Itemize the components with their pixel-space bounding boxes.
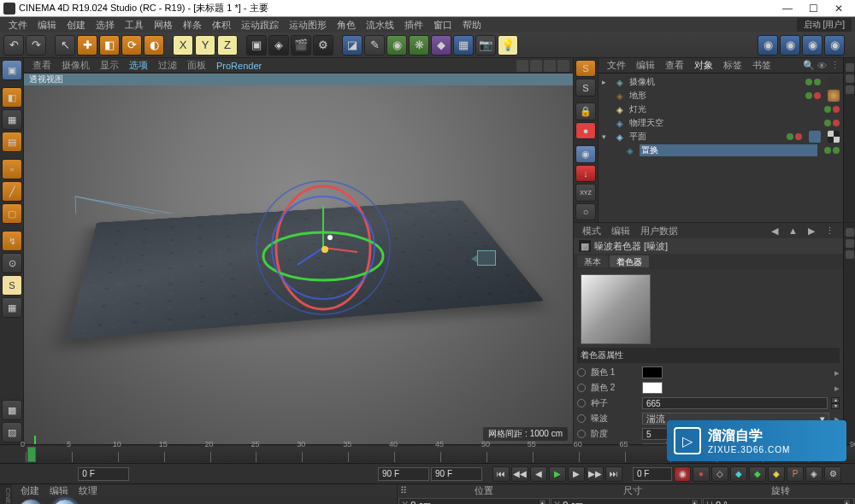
vp-tab-view[interactable]: 查看 xyxy=(27,59,56,72)
coord-field[interactable]: X0 cm▴▾ xyxy=(551,498,702,504)
object-row[interactable]: ◈ 地形 xyxy=(598,89,843,103)
poly-mode[interactable]: ▢ xyxy=(2,203,22,224)
attr-nav-up[interactable]: ▲ xyxy=(783,226,803,236)
om-tab-tags[interactable]: 标签 xyxy=(718,59,747,72)
om-tab-file[interactable]: 文件 xyxy=(602,59,631,72)
visibility-dot[interactable] xyxy=(833,147,840,154)
menu-plugins[interactable]: 插件 xyxy=(399,19,428,32)
spin-up[interactable]: ▴ xyxy=(843,499,851,504)
vp-tab-panel[interactable]: 面板 xyxy=(182,59,211,72)
menu-pipeline[interactable]: 流水线 xyxy=(361,19,399,32)
render-region[interactable]: ◈ xyxy=(268,35,289,56)
spline-tool[interactable]: ✎ xyxy=(364,35,385,56)
vp-tab-camera[interactable]: 摄像机 xyxy=(56,59,95,72)
model-mode[interactable]: ◧ xyxy=(2,87,22,108)
object-name[interactable]: 地形 xyxy=(629,90,799,102)
om-menu-icon[interactable]: ⋮ xyxy=(829,61,840,71)
visibility-dot[interactable] xyxy=(814,79,821,85)
object-row[interactable]: ▾ ◈ 平面 xyxy=(598,130,843,144)
spin-up[interactable]: ▴ xyxy=(831,397,840,403)
menu-file[interactable]: 文件 xyxy=(3,19,32,32)
snap-toggle[interactable]: S xyxy=(2,275,22,296)
expand-icon[interactable]: ▸ xyxy=(602,78,610,86)
object-row[interactable]: ◈ 灯光 xyxy=(598,103,843,116)
tag-a[interactable]: ◉ xyxy=(758,35,778,56)
edge-mode[interactable]: ╱ xyxy=(2,181,22,202)
mode-s2[interactable]: S xyxy=(575,79,596,96)
viewport-3d[interactable]: 网格间距 : 1000 cm xyxy=(24,85,573,444)
expand-icon[interactable]: ▾ xyxy=(602,132,610,141)
point-mode[interactable]: ▫ xyxy=(2,159,22,179)
menu-motrack[interactable]: 运动跟踪 xyxy=(236,19,284,32)
om-search-icon[interactable]: 🔍 xyxy=(804,61,814,71)
number-field[interactable]: 665 xyxy=(642,397,828,409)
coord-field[interactable]: H0 °▴▾ xyxy=(703,498,854,504)
key-opt-a[interactable]: ◇ xyxy=(711,466,728,482)
light-tool[interactable]: 💡 xyxy=(498,35,518,56)
workplane-toggle[interactable]: ▦ xyxy=(2,297,22,318)
shader-preview[interactable] xyxy=(581,274,651,344)
vp-nav-rotate[interactable] xyxy=(544,60,556,72)
visibility-dot[interactable] xyxy=(814,92,821,99)
tag-b[interactable]: ◉ xyxy=(780,35,800,56)
select-tool[interactable]: ↖ xyxy=(55,35,75,56)
radio-icon[interactable] xyxy=(577,368,586,377)
frb-a[interactable] xyxy=(846,228,854,237)
menu-select[interactable]: 选择 xyxy=(91,19,120,32)
scale-tool[interactable]: ◧ xyxy=(99,35,120,56)
move-tool[interactable]: ✚ xyxy=(77,35,97,56)
spin-up[interactable]: ▴ xyxy=(691,499,699,504)
visibility-dot[interactable] xyxy=(805,79,812,85)
radio-icon[interactable] xyxy=(577,399,586,407)
render-pv[interactable]: 🎬 xyxy=(291,35,311,56)
om-tab-bookmarks[interactable]: 书签 xyxy=(747,59,776,72)
layout-dropdown[interactable]: 启动 [用户] xyxy=(797,18,852,32)
minimize-button[interactable]: — xyxy=(775,1,800,16)
menu-window[interactable]: 窗口 xyxy=(428,19,457,32)
attr-subtab-shader[interactable]: 着色器 xyxy=(610,255,649,267)
step-fwd[interactable]: ▶▶ xyxy=(587,466,604,482)
tag-c[interactable]: ◉ xyxy=(802,35,823,56)
radio-icon[interactable] xyxy=(577,430,586,438)
radio-icon[interactable] xyxy=(577,414,586,423)
attr-nav-fwd[interactable]: ▶ xyxy=(803,226,820,237)
fr-c[interactable] xyxy=(846,85,854,94)
object-row[interactable]: ▸ ◈ 摄像机 xyxy=(598,75,843,89)
cube-primitive[interactable]: ◪ xyxy=(342,35,363,56)
menu-tools[interactable]: 工具 xyxy=(120,19,149,32)
fr-b[interactable] xyxy=(846,74,854,83)
vp-tab-options[interactable]: 选项 xyxy=(124,59,153,72)
playhead[interactable] xyxy=(27,447,36,462)
goto-start[interactable]: ⏮ xyxy=(492,466,510,482)
key-pos[interactable]: ◆ xyxy=(730,466,747,482)
attr-tab-mode[interactable]: 模式 xyxy=(577,225,606,237)
step-back[interactable]: ◀◀ xyxy=(511,466,528,482)
key-rot[interactable]: ◆ xyxy=(768,466,785,482)
mode-s[interactable]: S xyxy=(575,60,596,77)
visibility-dot[interactable] xyxy=(795,133,802,140)
checker-tag-icon[interactable] xyxy=(828,131,840,143)
picker-icon[interactable]: ▸ xyxy=(834,383,840,394)
extra-a[interactable]: ▩ xyxy=(2,400,22,420)
mat-tag-icon[interactable] xyxy=(828,90,840,102)
visibility-dot[interactable] xyxy=(833,120,840,126)
camera-tool[interactable]: 📷 xyxy=(475,35,496,56)
last-tool[interactable]: ◐ xyxy=(144,35,164,56)
visibility-dot[interactable] xyxy=(805,92,812,99)
frame-fwd[interactable]: ▶ xyxy=(568,466,585,482)
frb-b[interactable] xyxy=(846,239,854,248)
object-name[interactable]: 平面 xyxy=(629,131,780,143)
y-lock[interactable]: Y xyxy=(195,35,215,56)
om-tab-edit[interactable]: 编辑 xyxy=(631,59,660,72)
om-tab-objects[interactable]: 对象 xyxy=(689,59,718,72)
generator-tool[interactable]: ❋ xyxy=(409,35,429,56)
object-name[interactable]: 置换 xyxy=(640,144,817,156)
key-opts[interactable]: ⚙ xyxy=(824,466,841,482)
menu-edit[interactable]: 编辑 xyxy=(32,19,62,32)
extra-b[interactable]: ▨ xyxy=(2,422,22,442)
menu-create[interactable]: 创建 xyxy=(62,19,91,32)
vp-nav-pan[interactable] xyxy=(516,60,528,72)
nurbs-tool[interactable]: ◉ xyxy=(386,35,407,56)
attr-nav-menu[interactable]: ⋮ xyxy=(820,226,840,237)
time-end2[interactable]: 90 F xyxy=(431,467,482,481)
